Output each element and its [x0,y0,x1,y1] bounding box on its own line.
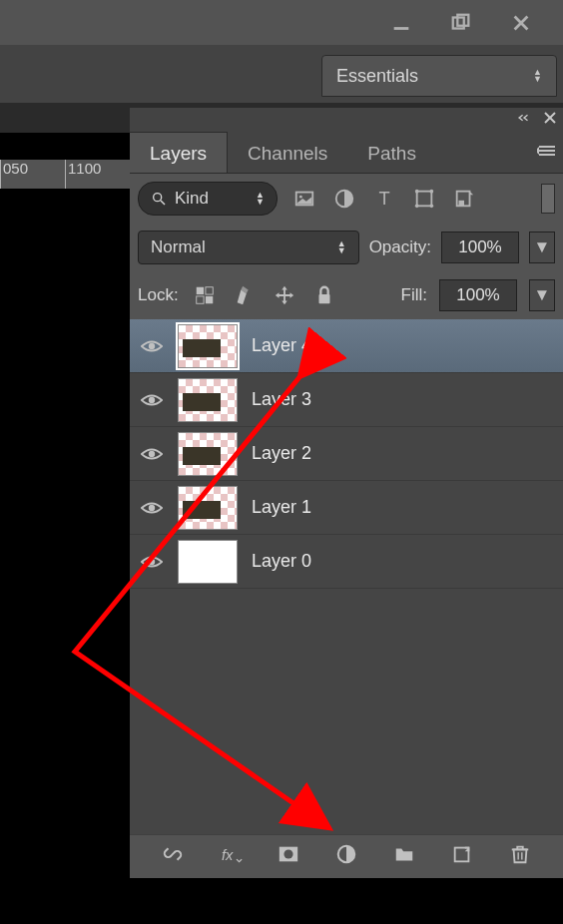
group-icon[interactable] [392,843,416,870]
filter-kind-label: Kind [175,189,209,209]
lock-pixels-icon[interactable] [231,281,259,309]
layer-name[interactable]: Layer 4 [252,335,311,356]
layer-list: Layer 4 Layer 3 Layer 2 Layer 1 Layer 0 [130,319,563,834]
tab-label: Paths [367,143,416,164]
svg-point-32 [149,558,155,564]
svg-line-11 [161,201,165,205]
visibility-toggle[interactable] [140,388,164,412]
layer-row[interactable]: Layer 1 [130,481,563,535]
link-layers-icon[interactable] [161,843,185,870]
adjustment-layer-icon[interactable] [334,843,358,870]
svg-point-36 [283,849,292,858]
svg-point-20 [430,205,434,209]
panel-tabs: Layers Channels Paths [130,132,563,174]
svg-rect-27 [318,294,329,303]
layers-panel: Layers Channels Paths Kind ▲▼ T Normal ▲… [130,108,563,878]
svg-point-29 [149,396,155,402]
dropdown-icon: ▲▼ [533,69,542,83]
lock-all-icon[interactable] [310,281,338,309]
fx-icon[interactable]: fx [219,843,243,870]
dropdown-icon: ▲▼ [337,240,346,254]
opacity-caret[interactable]: ▼ [529,231,555,263]
layer-row[interactable]: Layer 2 [130,427,563,481]
svg-point-31 [149,504,155,510]
layer-name[interactable]: Layer 3 [252,389,311,410]
minimize-button[interactable] [371,8,431,38]
filter-smartobject-icon[interactable] [451,186,477,212]
visibility-toggle[interactable] [140,334,164,358]
close-button[interactable] [491,8,551,38]
tab-paths[interactable]: Paths [347,133,436,173]
lock-position-icon[interactable] [271,281,298,309]
svg-rect-24 [206,287,213,294]
layer-row[interactable]: Layer 3 [130,373,563,427]
opacity-value[interactable]: 100% [441,231,519,263]
panel-head [130,108,563,132]
tab-channels[interactable]: Channels [228,133,347,173]
lock-transparency-icon[interactable] [191,281,219,309]
blend-mode-dropdown[interactable]: Normal ▲▼ [138,231,359,264]
layer-filter-row: Kind ▲▼ T [130,174,563,224]
opacity-label: Opacity: [369,237,431,257]
fill-label: Fill: [401,285,427,305]
layer-thumbnail[interactable] [178,432,238,476]
tab-label: Channels [248,143,327,164]
lock-fill-row: Lock: Fill: 100% ▼ [130,271,563,319]
layer-thumbnail[interactable] [178,378,238,422]
svg-point-13 [299,196,302,199]
window-titlebar [0,0,563,45]
collapse-icon[interactable] [517,110,531,130]
svg-rect-26 [206,296,213,303]
svg-text:T: T [378,188,389,209]
svg-text:fx: fx [222,847,234,863]
layer-thumbnail[interactable] [178,324,238,368]
maximize-button[interactable] [431,8,491,38]
mask-icon[interactable] [277,843,300,870]
layer-row[interactable]: Layer 4 [130,319,563,373]
visibility-toggle[interactable] [140,550,164,574]
visibility-toggle[interactable] [140,442,164,466]
svg-rect-23 [196,287,203,294]
workspace-label: Essentials [336,66,418,87]
svg-rect-25 [196,296,203,303]
tab-label: Layers [150,143,207,164]
layer-name[interactable]: Layer 2 [252,443,311,464]
ruler: 050 1100 [0,160,130,190]
fill-caret[interactable]: ▼ [529,279,555,311]
svg-point-18 [430,190,434,194]
blend-mode-value: Normal [151,237,206,257]
panel-footer: fx [130,834,563,878]
ruler-tick: 050 [3,160,28,177]
svg-point-30 [149,450,155,456]
search-icon [151,191,167,207]
layer-row[interactable]: Layer 0 [130,535,563,589]
svg-point-28 [149,342,155,348]
layer-thumbnail[interactable] [178,486,238,530]
trash-icon[interactable] [508,843,532,870]
layer-name[interactable]: Layer 0 [252,551,311,572]
layer-name[interactable]: Layer 1 [252,497,311,518]
layer-thumbnail[interactable] [178,540,238,584]
svg-rect-38 [455,848,469,862]
svg-rect-22 [459,201,465,207]
new-layer-icon[interactable] [450,843,474,870]
canvas-area[interactable] [0,189,130,864]
filter-kind-dropdown[interactable]: Kind ▲▼ [138,182,278,216]
visibility-toggle[interactable] [140,496,164,520]
svg-rect-16 [417,192,432,207]
dropdown-icon: ▲▼ [256,192,265,206]
lock-label: Lock: [138,285,179,305]
ruler-tick: 1100 [68,160,101,177]
panel-menu-icon[interactable] [537,143,557,163]
panel-close-icon[interactable] [543,110,557,130]
filter-type-icon[interactable]: T [371,186,397,212]
workspace-switcher[interactable]: Essentials ▲▼ [321,55,557,97]
filter-shape-icon[interactable] [411,186,437,212]
svg-point-10 [154,194,162,202]
filter-toggle-switch[interactable] [541,184,555,214]
tab-layers[interactable]: Layers [130,132,228,173]
filter-pixel-icon[interactable] [291,186,317,212]
filter-adjustment-icon[interactable] [331,186,357,212]
svg-point-17 [415,190,419,194]
fill-value[interactable]: 100% [439,279,517,311]
